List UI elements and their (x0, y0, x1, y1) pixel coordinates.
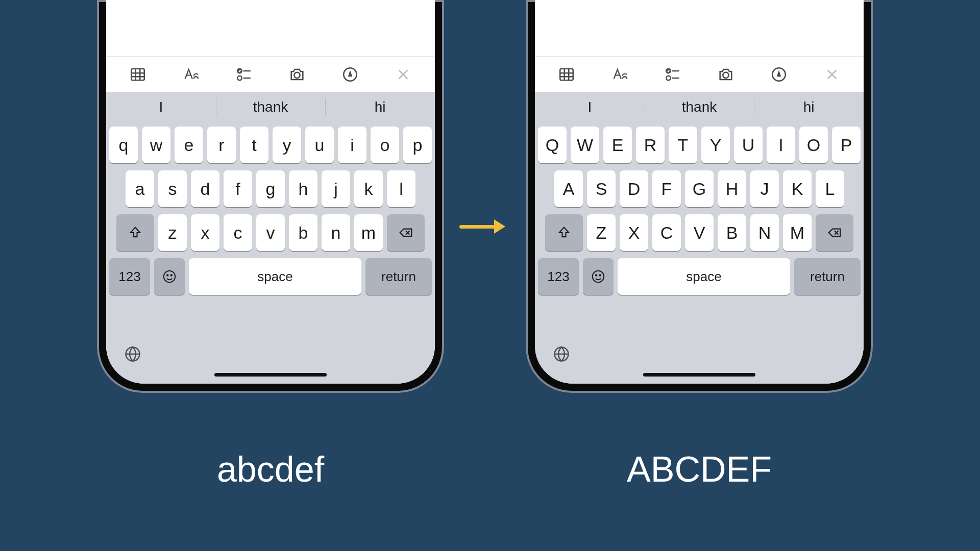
svg-point-11 (666, 76, 671, 81)
numbers-key[interactable]: 123 (109, 258, 150, 295)
suggestion-3[interactable]: hi (754, 92, 864, 122)
home-indicator[interactable] (214, 373, 327, 377)
key-d[interactable]: D (620, 170, 648, 207)
home-indicator[interactable] (643, 373, 755, 377)
key-row-4: 123 space return (109, 258, 432, 295)
key-t[interactable]: T (669, 127, 697, 163)
key-p[interactable]: p (403, 127, 432, 163)
key-t[interactable]: t (240, 127, 268, 163)
key-k[interactable]: K (783, 170, 812, 207)
key-g[interactable]: g (256, 170, 285, 207)
key-g[interactable]: G (685, 170, 714, 207)
key-y[interactable]: Y (701, 127, 730, 163)
key-p[interactable]: P (832, 127, 861, 163)
emoji-key[interactable] (583, 258, 614, 295)
keyboard-lowercase: q w e r t y u i o p a s d (106, 122, 435, 384)
key-r[interactable]: r (207, 127, 236, 163)
key-j[interactable]: J (750, 170, 779, 207)
key-u[interactable]: u (305, 127, 334, 163)
key-z[interactable]: z (158, 214, 187, 251)
camera-icon[interactable] (700, 62, 751, 87)
svg-point-16 (600, 274, 601, 276)
suggestion-1[interactable]: I (106, 92, 216, 122)
suggestion-2[interactable]: thank (216, 92, 326, 122)
key-h[interactable]: H (718, 170, 746, 207)
key-s[interactable]: s (158, 170, 187, 207)
key-f[interactable]: f (224, 170, 252, 207)
space-key[interactable]: space (189, 258, 361, 295)
text-format-icon[interactable] (165, 62, 216, 87)
key-y[interactable]: y (273, 127, 301, 163)
phone-screen: I thank hi Q W E R T Y U I O P (535, 0, 864, 384)
close-icon[interactable] (378, 62, 429, 87)
key-e[interactable]: E (603, 127, 632, 163)
key-i[interactable]: i (338, 127, 366, 163)
checklist-icon[interactable] (218, 62, 270, 87)
key-r[interactable]: R (636, 127, 665, 163)
comparison-stage: I thank hi q w e r t y u i o p (0, 0, 980, 551)
key-k[interactable]: k (354, 170, 383, 207)
shift-key[interactable] (116, 214, 154, 251)
key-e[interactable]: e (175, 127, 203, 163)
numbers-key[interactable]: 123 (538, 258, 579, 295)
markup-icon[interactable] (753, 62, 804, 87)
transition-arrow-icon (459, 219, 505, 234)
key-b[interactable]: b (289, 214, 317, 251)
key-v[interactable]: v (256, 214, 285, 251)
key-d[interactable]: d (191, 170, 219, 207)
camera-icon[interactable] (272, 62, 323, 87)
key-q[interactable]: q (109, 127, 138, 163)
key-x[interactable]: X (620, 214, 648, 251)
phone-uppercase: I thank hi Q W E R T Y U I O P (526, 0, 873, 393)
editor-canvas[interactable] (106, 0, 435, 56)
key-i[interactable]: I (767, 127, 795, 163)
key-n[interactable]: n (322, 214, 350, 251)
suggestion-1[interactable]: I (535, 92, 645, 122)
key-w[interactable]: W (571, 127, 599, 163)
backspace-key[interactable] (816, 214, 853, 251)
space-key[interactable]: space (618, 258, 790, 295)
key-o[interactable]: O (799, 127, 828, 163)
key-a[interactable]: A (554, 170, 583, 207)
return-key[interactable]: return (365, 258, 432, 295)
key-n[interactable]: N (750, 214, 779, 251)
suggestion-2[interactable]: thank (645, 92, 754, 122)
text-format-icon[interactable] (594, 62, 645, 87)
key-s[interactable]: S (587, 170, 616, 207)
emoji-key[interactable] (154, 258, 185, 295)
caption-uppercase: ABCDEF (526, 449, 873, 490)
key-c[interactable]: c (224, 214, 252, 251)
markup-icon[interactable] (325, 62, 376, 87)
checklist-icon[interactable] (647, 62, 698, 87)
key-m[interactable]: m (354, 214, 383, 251)
key-l[interactable]: l (387, 170, 415, 207)
key-w[interactable]: w (142, 127, 170, 163)
globe-icon[interactable] (124, 345, 142, 365)
key-v[interactable]: V (685, 214, 714, 251)
return-key[interactable]: return (794, 258, 861, 295)
key-q[interactable]: Q (538, 127, 567, 163)
key-a[interactable]: a (126, 170, 154, 207)
close-icon[interactable] (806, 62, 857, 87)
backspace-key[interactable] (387, 214, 425, 251)
phone-frame: I thank hi Q W E R T Y U I O P (526, 0, 873, 393)
key-h[interactable]: h (289, 170, 317, 207)
suggestion-3[interactable]: hi (325, 92, 435, 122)
phone-screen: I thank hi q w e r t y u i o p (106, 0, 435, 384)
table-icon[interactable] (541, 62, 592, 87)
key-x[interactable]: x (191, 214, 219, 251)
key-c[interactable]: C (652, 214, 681, 251)
key-m[interactable]: M (783, 214, 812, 251)
key-f[interactable]: F (652, 170, 681, 207)
key-z[interactable]: Z (587, 214, 616, 251)
globe-icon[interactable] (552, 345, 571, 365)
key-o[interactable]: o (371, 127, 399, 163)
shift-key[interactable] (545, 214, 583, 251)
key-b[interactable]: B (718, 214, 746, 251)
table-icon[interactable] (112, 62, 163, 87)
caption-lowercase: abcdef (97, 449, 444, 490)
editor-canvas[interactable] (535, 0, 864, 56)
key-u[interactable]: U (734, 127, 763, 163)
key-l[interactable]: L (816, 170, 844, 207)
key-j[interactable]: j (322, 170, 350, 207)
